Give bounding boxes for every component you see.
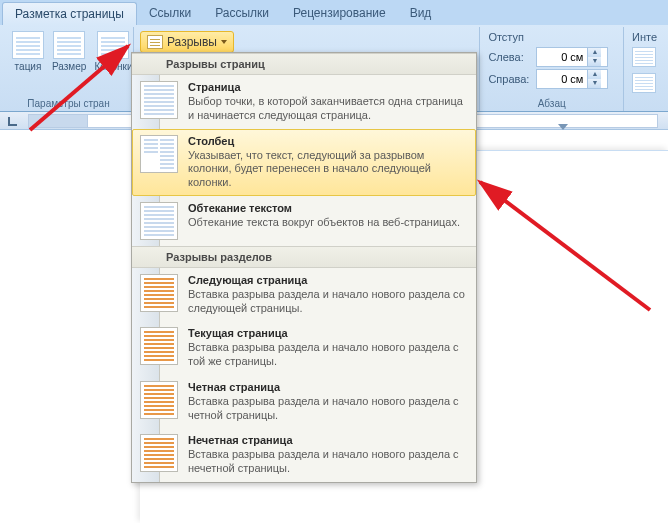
columns-label: Колонки bbox=[94, 61, 132, 72]
tab-view[interactable]: Вид bbox=[398, 2, 444, 25]
column-break-icon bbox=[140, 135, 178, 173]
menu-item-desc: Обтекание текста вокруг объектов на веб-… bbox=[188, 216, 466, 230]
size-button[interactable]: Размер bbox=[50, 29, 88, 74]
indent-header: Отступ bbox=[488, 31, 615, 43]
spacing-before-icon[interactable] bbox=[632, 47, 656, 67]
indent-group: Отступ Слева: ▲▼ Справа: ▲▼ Абзац bbox=[480, 27, 624, 111]
breaks-dropdown: Разрывы страниц Страница Выбор точки, в … bbox=[131, 52, 477, 483]
size-icon bbox=[53, 31, 85, 59]
paragraph-group-label: Абзац bbox=[480, 98, 623, 109]
indent-left-input[interactable] bbox=[537, 51, 587, 63]
menu-item-page[interactable]: Страница Выбор точки, в которой заканчив… bbox=[132, 75, 476, 129]
menu-item-desc: Вставка разрыва раздела и начало нового … bbox=[188, 448, 466, 476]
evenpage-break-icon bbox=[140, 381, 178, 419]
menu-item-desc: Вставка разрыва раздела и начало нового … bbox=[188, 395, 466, 423]
menu-item-title: Следующая страница bbox=[188, 274, 466, 286]
spin-down[interactable]: ▼ bbox=[587, 57, 601, 66]
breaks-icon bbox=[147, 35, 163, 49]
menu-item-title: Четная страница bbox=[188, 381, 466, 393]
indent-right-label: Справа: bbox=[488, 73, 532, 85]
menu-header-page-breaks: Разрывы страниц bbox=[132, 53, 476, 75]
menu-item-desc: Указывает, что текст, следующий за разры… bbox=[188, 149, 466, 190]
menu-item-desc: Вставка разрыва раздела и начало нового … bbox=[188, 288, 466, 316]
menu-header-section-breaks: Разрывы разделов bbox=[132, 246, 476, 268]
menu-item-title: Страница bbox=[188, 81, 466, 93]
tab-review[interactable]: Рецензирование bbox=[281, 2, 398, 25]
nextpage-break-icon bbox=[140, 274, 178, 312]
spacing-group: Инте bbox=[624, 27, 664, 111]
spin-down[interactable]: ▼ bbox=[587, 79, 601, 88]
spin-up[interactable]: ▲ bbox=[587, 70, 601, 79]
spacing-after-icon[interactable] bbox=[632, 73, 656, 93]
orientation-button[interactable]: тация bbox=[10, 29, 46, 74]
columns-button[interactable]: Колонки bbox=[92, 29, 134, 74]
menu-item-desc: Вставка разрыва раздела и начало нового … bbox=[188, 341, 466, 369]
page-break-icon bbox=[140, 81, 178, 119]
ribbon-tabs: Разметка страницы Ссылки Рассылки Реценз… bbox=[0, 0, 668, 25]
menu-item-evenpage[interactable]: Четная страница Вставка разрыва раздела … bbox=[132, 375, 476, 429]
textwrap-break-icon bbox=[140, 202, 178, 240]
size-label: Размер bbox=[52, 61, 86, 72]
orientation-label: тация bbox=[15, 61, 42, 72]
menu-item-title: Обтекание текстом bbox=[188, 202, 466, 214]
menu-item-column[interactable]: Столбец Указывает, что текст, следующий … bbox=[132, 129, 476, 196]
menu-item-textwrap[interactable]: Обтекание текстом Обтекание текста вокру… bbox=[132, 196, 476, 246]
orientation-icon bbox=[12, 31, 44, 59]
spin-up[interactable]: ▲ bbox=[587, 48, 601, 57]
columns-icon bbox=[97, 31, 129, 59]
indent-left-label: Слева: bbox=[488, 51, 532, 63]
oddpage-break-icon bbox=[140, 434, 178, 472]
menu-item-continuous[interactable]: Текущая страница Вставка разрыва раздела… bbox=[132, 321, 476, 375]
tab-mailings[interactable]: Рассылки bbox=[203, 2, 281, 25]
indent-right-input[interactable] bbox=[537, 73, 587, 85]
chevron-down-icon bbox=[221, 40, 227, 44]
menu-item-title: Столбец bbox=[188, 135, 466, 147]
menu-item-title: Нечетная страница bbox=[188, 434, 466, 446]
continuous-break-icon bbox=[140, 327, 178, 365]
menu-item-title: Текущая страница bbox=[188, 327, 466, 339]
page-setup-group-label: Параметры стран bbox=[4, 98, 133, 109]
ruler-corner[interactable] bbox=[2, 112, 24, 130]
indent-left-spinner[interactable]: ▲▼ bbox=[536, 47, 608, 67]
ruler-right-indent-marker[interactable] bbox=[558, 124, 568, 130]
spacing-header: Инте bbox=[632, 31, 656, 43]
tab-page-layout[interactable]: Разметка страницы bbox=[2, 2, 137, 25]
page-setup-group: тация Размер Колонки Параметры стран bbox=[4, 27, 134, 111]
tab-selector-icon bbox=[7, 115, 19, 127]
ruler-margin-shade bbox=[28, 114, 88, 128]
menu-item-desc: Выбор точки, в которой заканчивается одн… bbox=[188, 95, 466, 123]
menu-item-nextpage[interactable]: Следующая страница Вставка разрыва разде… bbox=[132, 268, 476, 322]
tab-references[interactable]: Ссылки bbox=[137, 2, 203, 25]
breaks-button-label: Разрывы bbox=[167, 35, 217, 49]
breaks-button[interactable]: Разрывы bbox=[140, 31, 234, 53]
indent-right-spinner[interactable]: ▲▼ bbox=[536, 69, 608, 89]
menu-item-oddpage[interactable]: Нечетная страница Вставка разрыва раздел… bbox=[132, 428, 476, 482]
